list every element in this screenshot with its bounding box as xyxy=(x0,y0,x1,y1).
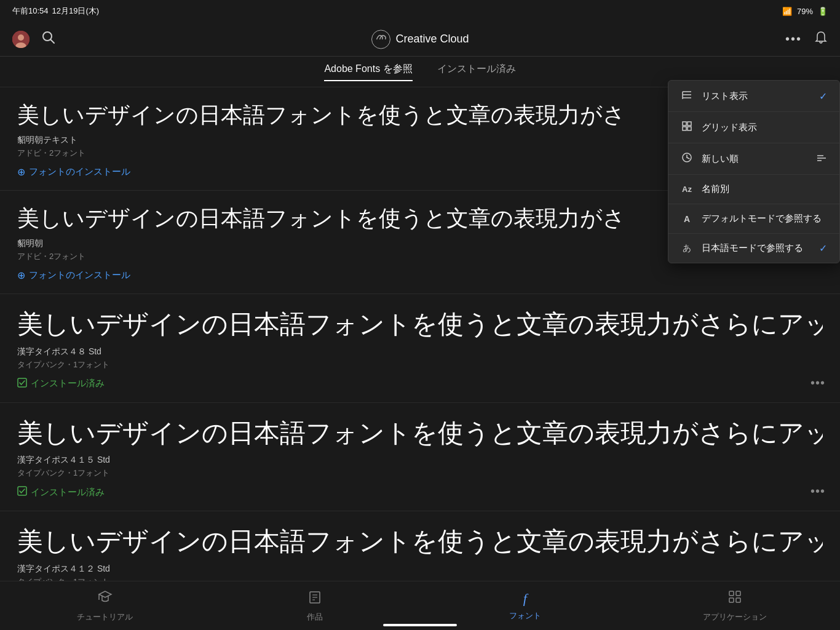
more-button[interactable]: ••• xyxy=(785,32,802,46)
installed-badge-4: インストール済み xyxy=(17,486,823,498)
svg-rect-15 xyxy=(729,598,734,602)
japanese-mode-icon: あ xyxy=(681,243,693,254)
font-name-5: 漢字タイポス４１２ Std xyxy=(17,564,823,575)
header: Creative Cloud ••• xyxy=(0,22,840,57)
font-foundry-5: タイプバンク・1フォント xyxy=(17,576,823,581)
dropdown-grid-view[interactable]: グリッド表示 xyxy=(668,112,839,143)
font-item-5: 美しいデザインの日本語フォントを使うと文章の表現力がさらにアップします 漢字タイ… xyxy=(0,511,840,581)
grid-view-icon xyxy=(681,121,693,134)
font-item-3: 美しいデザインの日本語フォントを使うと文章の表現力がさらにアップします 漢字タイ… xyxy=(0,294,840,402)
az-sort-icon: Az xyxy=(681,185,693,194)
sort-direction-icon xyxy=(816,154,827,164)
header-title: Creative Cloud xyxy=(395,33,469,46)
svg-rect-16 xyxy=(736,598,740,602)
default-mode-icon: A xyxy=(681,214,693,224)
font-foundry-3: タイプバンク・1フォント xyxy=(17,359,823,370)
svg-point-1 xyxy=(18,34,24,41)
svg-rect-24 xyxy=(687,127,691,130)
battery-icon: 🔋 xyxy=(818,7,828,16)
header-center: Creative Cloud xyxy=(371,30,469,49)
dropdown-browse-japanese[interactable]: あ 日本語モードで参照する ✓ xyxy=(668,234,839,263)
tab-installed-fonts[interactable]: インストール済み xyxy=(437,63,516,81)
svg-line-4 xyxy=(51,40,55,44)
plus-circle-icon: ⊕ xyxy=(17,166,25,178)
svg-rect-14 xyxy=(736,591,740,596)
installed-icon-3 xyxy=(17,378,27,390)
apps-icon xyxy=(727,589,742,608)
plus-circle-icon-2: ⊕ xyxy=(17,269,25,281)
svg-point-5 xyxy=(371,30,390,49)
install-button-2[interactable]: ⊕ フォントのインストール xyxy=(17,269,823,281)
battery-percent: 79% xyxy=(797,7,813,16)
font-foundry-4: タイプバンク・1フォント xyxy=(17,468,823,479)
font-preview-text-5: 美しいデザインの日本語フォントを使うと文章の表現力がさらにアップします xyxy=(17,526,823,557)
wifi-icon: 📶 xyxy=(782,7,792,16)
svg-rect-22 xyxy=(687,122,691,126)
font-preview-text-3: 美しいデザインの日本語フォントを使うと文章の表現力がさらにアップします xyxy=(17,309,823,340)
svg-rect-13 xyxy=(729,591,734,596)
header-right: ••• xyxy=(785,31,828,47)
bottom-nav: チュートリアル 作品 f フォント xyxy=(0,581,840,630)
status-left: 午前10:54 12月19日(木) xyxy=(12,6,99,17)
svg-rect-7 xyxy=(18,487,26,495)
status-date: 12月19日(木) xyxy=(52,6,100,17)
font-preview-text-4: 美しいデザインの日本語フォントを使うと文章の表現力がさらにアップします xyxy=(17,418,823,449)
clock-icon xyxy=(681,152,693,165)
fonts-icon: f xyxy=(523,591,527,607)
list-view-icon xyxy=(681,89,693,103)
svg-rect-6 xyxy=(18,378,26,387)
dropdown-menu: リスト表示 ✓ グリッド表示 xyxy=(668,80,840,263)
status-time: 午前10:54 xyxy=(12,6,49,17)
more-options-button-4[interactable]: ••• xyxy=(810,484,825,498)
installed-badge-3: インストール済み xyxy=(17,378,823,390)
notification-bell-icon[interactable] xyxy=(814,31,828,47)
font-name-3: 漢字タイポス４８ Std xyxy=(17,346,823,357)
dropdown-list-view[interactable]: リスト表示 ✓ xyxy=(668,81,839,112)
nav-tutorial[interactable]: チュートリアル xyxy=(0,589,210,623)
dropdown-sort-new[interactable]: 新しい順 xyxy=(668,143,839,175)
nav-fonts[interactable]: f フォント xyxy=(420,591,630,621)
works-icon xyxy=(307,589,322,608)
installed-icon-4 xyxy=(17,486,27,498)
dropdown-sort-name[interactable]: Az 名前別 xyxy=(668,175,839,204)
search-button[interactable] xyxy=(42,31,55,47)
svg-rect-23 xyxy=(683,127,686,130)
tab-browse-fonts[interactable]: Adobe Fonts を参照 xyxy=(324,63,412,81)
font-name-4: 漢字タイポス４１５ Std xyxy=(17,455,823,466)
status-bar: 午前10:54 12月19日(木) 📶 79% 🔋 xyxy=(0,0,840,22)
status-right: 📶 79% 🔋 xyxy=(782,7,828,16)
svg-line-27 xyxy=(687,158,689,159)
japanese-mode-check-icon: ✓ xyxy=(819,242,827,254)
list-view-check-icon: ✓ xyxy=(819,90,827,102)
tutorial-icon xyxy=(98,589,113,608)
font-item-4: 美しいデザインの日本語フォントを使うと文章の表現力がさらにアップします 漢字タイ… xyxy=(0,403,840,511)
svg-rect-21 xyxy=(683,122,686,126)
cc-logo-icon xyxy=(371,30,390,49)
nav-works[interactable]: 作品 xyxy=(210,589,421,623)
dropdown-browse-default[interactable]: A デフォルトモードで参照する xyxy=(668,204,839,234)
nav-apps[interactable]: アプリケーション xyxy=(630,589,841,623)
header-left xyxy=(12,31,55,48)
avatar[interactable] xyxy=(12,31,30,48)
more-options-button-3[interactable]: ••• xyxy=(810,376,825,390)
